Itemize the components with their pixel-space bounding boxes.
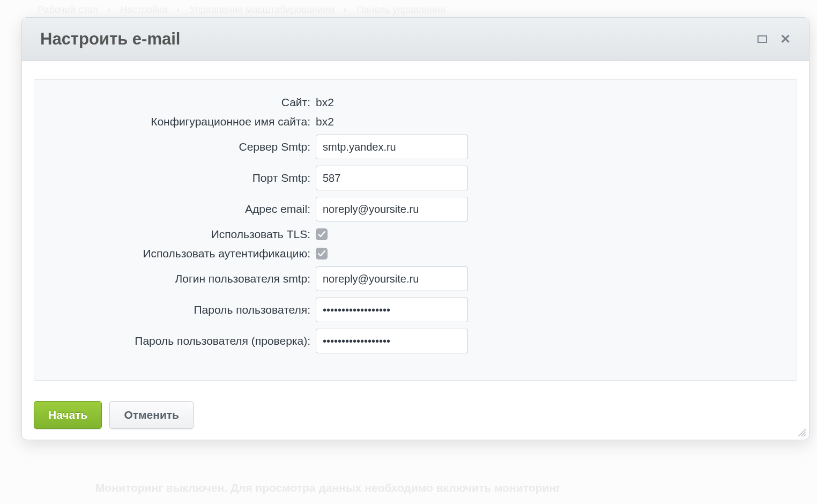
form-container: Сайт: bx2 Конфигурационное имя сайта: bx…	[34, 79, 797, 381]
site-value: bx2	[316, 96, 334, 109]
form-row-password: Пароль пользователя:	[45, 298, 786, 322]
use-auth-label: Использовать аутентификацию:	[45, 247, 316, 260]
email-input[interactable]	[316, 197, 468, 221]
maximize-icon[interactable]	[757, 35, 767, 43]
form-row-password-confirm: Пароль пользователя (проверка):	[45, 329, 786, 353]
smtp-server-label: Сервер Smtp:	[45, 140, 316, 153]
config-name-label: Конфигурационное имя сайта:	[45, 115, 316, 128]
modal-window-controls: ✕	[757, 33, 791, 46]
use-auth-checkbox[interactable]	[316, 248, 328, 260]
password-confirm-input[interactable]	[316, 329, 468, 353]
modal-body: Сайт: bx2 Конфигурационное имя сайта: bx…	[22, 61, 809, 391]
config-name-value: bx2	[316, 115, 334, 128]
form-row-config-name: Конфигурационное имя сайта: bx2	[45, 115, 786, 128]
resize-grip[interactable]	[796, 427, 806, 436]
password-label: Пароль пользователя:	[45, 303, 316, 316]
email-label: Адрес email:	[45, 203, 316, 216]
svg-line-1	[801, 432, 806, 436]
modal-footer: Начать Отменить	[22, 391, 809, 440]
check-icon	[318, 231, 325, 238]
form-row-smtp-port: Порт Smtp:	[45, 166, 786, 190]
smtp-port-input[interactable]	[316, 166, 468, 190]
smtp-server-input[interactable]	[316, 135, 468, 159]
form-row-site: Сайт: bx2	[45, 96, 786, 109]
email-settings-modal: Настроить e-mail ✕ Сайт: bx2 Конфигураци…	[21, 17, 809, 440]
form-row-use-auth: Использовать аутентификацию:	[45, 247, 786, 260]
smtp-login-input[interactable]	[316, 266, 468, 291]
form-row-email: Адрес email:	[45, 197, 786, 221]
modal-header: Настроить e-mail ✕	[22, 18, 809, 61]
form-row-use-tls: Использовать TLS:	[45, 228, 786, 241]
modal-title: Настроить e-mail	[40, 29, 180, 49]
use-tls-label: Использовать TLS:	[45, 228, 316, 241]
password-input[interactable]	[316, 298, 468, 322]
smtp-port-label: Порт Smtp:	[45, 172, 316, 184]
resize-grip-icon	[796, 427, 806, 436]
form-row-smtp-login: Логин пользователя smtp:	[45, 266, 786, 291]
site-label: Сайт:	[45, 96, 316, 109]
check-icon	[318, 250, 325, 257]
start-button[interactable]: Начать	[34, 401, 102, 429]
close-icon[interactable]: ✕	[780, 33, 791, 46]
form-row-smtp-server: Сервер Smtp:	[45, 135, 786, 159]
password-confirm-label: Пароль пользователя (проверка):	[45, 335, 316, 347]
cancel-button[interactable]: Отменить	[109, 401, 194, 429]
use-tls-checkbox[interactable]	[316, 228, 328, 240]
smtp-login-label: Логин пользователя smtp:	[45, 272, 316, 285]
svg-line-2	[804, 434, 806, 436]
